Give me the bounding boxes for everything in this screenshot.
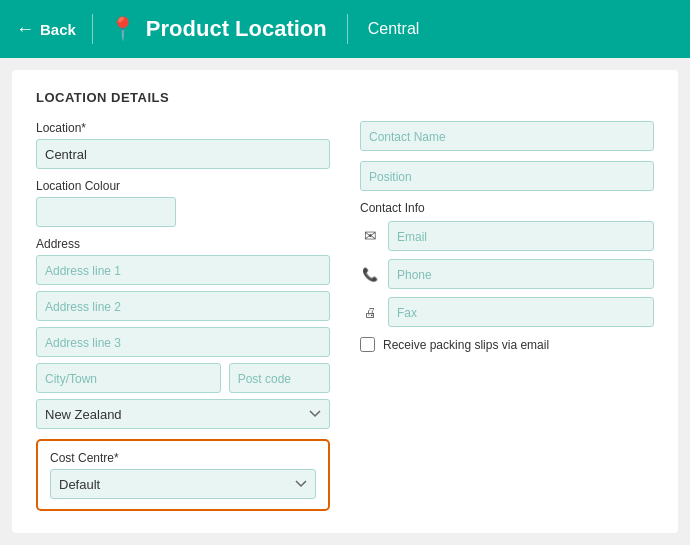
location-pin-icon: 📍 bbox=[109, 16, 136, 42]
country-select-wrapper: New Zealand Australia United Kingdom Uni… bbox=[36, 399, 330, 429]
header: ← Back 📍 Product Location Central bbox=[0, 0, 690, 58]
city-input[interactable] bbox=[36, 363, 221, 393]
packing-slip-label: Receive packing slips via email bbox=[383, 338, 549, 352]
packing-slip-checkbox[interactable] bbox=[360, 337, 375, 352]
fax-input[interactable] bbox=[388, 297, 654, 327]
city-postcode-row bbox=[36, 363, 330, 393]
position-input[interactable] bbox=[360, 161, 654, 191]
phone-icon: 📞 bbox=[360, 267, 380, 282]
location-input[interactable] bbox=[36, 139, 330, 169]
cost-centre-label: Cost Centre* bbox=[50, 451, 316, 465]
email-row: ✉ bbox=[360, 221, 654, 251]
address-line1-input[interactable] bbox=[36, 255, 330, 285]
header-subtitle: Central bbox=[368, 20, 420, 38]
location-label: Location* bbox=[36, 121, 330, 135]
location-colour-label: Location Colour bbox=[36, 179, 330, 193]
page-title: Product Location bbox=[146, 16, 327, 42]
header-divider-left bbox=[92, 14, 93, 44]
address-line2-input[interactable] bbox=[36, 291, 330, 321]
phone-input[interactable] bbox=[388, 259, 654, 289]
contact-info-group: Contact Info ✉ 📞 🖨 bbox=[360, 201, 654, 327]
email-icon: ✉ bbox=[360, 227, 380, 245]
contact-name-input[interactable] bbox=[360, 121, 654, 151]
main-content: LOCATION DETAILS Location* Location Colo… bbox=[12, 70, 678, 533]
left-column: Location* Location Colour Address bbox=[36, 121, 330, 511]
location-colour-input[interactable] bbox=[36, 197, 176, 227]
back-label: Back bbox=[40, 21, 76, 38]
back-arrow-icon: ← bbox=[16, 19, 34, 40]
cost-centre-select[interactable]: Default Option 1 Option 2 bbox=[50, 469, 316, 499]
country-select[interactable]: New Zealand Australia United Kingdom Uni… bbox=[36, 399, 330, 429]
phone-row: 📞 bbox=[360, 259, 654, 289]
right-column: Contact Info ✉ 📞 🖨 Receive packing slip bbox=[360, 121, 654, 511]
location-group: Location* bbox=[36, 121, 330, 169]
back-button[interactable]: ← Back bbox=[16, 19, 76, 40]
fax-row: 🖨 bbox=[360, 297, 654, 327]
fax-icon: 🖨 bbox=[360, 305, 380, 320]
form-layout: Location* Location Colour Address bbox=[36, 121, 654, 511]
postcode-input[interactable] bbox=[229, 363, 330, 393]
address-label: Address bbox=[36, 237, 330, 251]
email-input[interactable] bbox=[388, 221, 654, 251]
packing-slip-row: Receive packing slips via email bbox=[360, 337, 654, 352]
cost-centre-select-wrapper: Default Option 1 Option 2 bbox=[50, 469, 316, 499]
contact-info-label: Contact Info bbox=[360, 201, 654, 215]
header-divider-right bbox=[347, 14, 348, 44]
address-line3-input[interactable] bbox=[36, 327, 330, 357]
location-colour-group: Location Colour bbox=[36, 179, 330, 227]
contact-name-group bbox=[360, 121, 654, 151]
section-title: LOCATION DETAILS bbox=[36, 90, 654, 105]
cost-centre-box: Cost Centre* Default Option 1 Option 2 bbox=[36, 439, 330, 511]
address-group: Address New Zealand Australia United Kin… bbox=[36, 237, 330, 429]
position-group bbox=[360, 161, 654, 191]
